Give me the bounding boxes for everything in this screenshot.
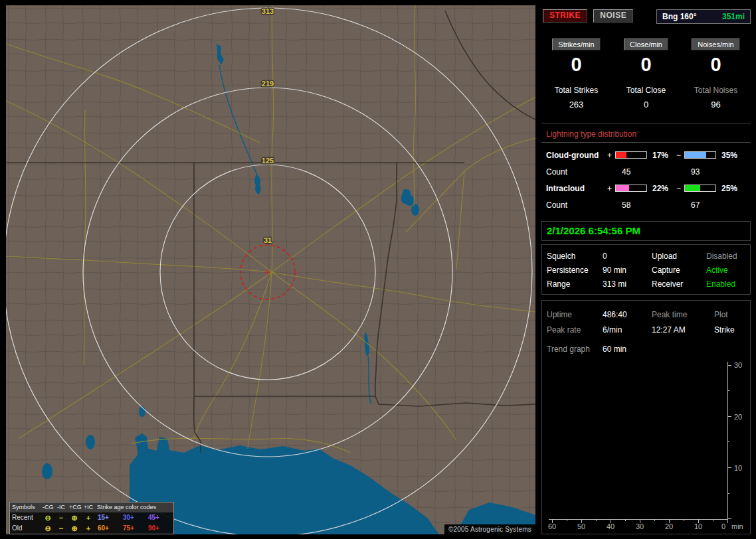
noises-per-min-value: 0 — [681, 54, 751, 76]
app: { "map": { "ring_labels": ["313", "219",… — [0, 0, 756, 539]
neg-cg-icon: ⊖ — [41, 512, 55, 523]
peak-time-label: Peak time — [652, 310, 714, 319]
x-tick-label: 30 — [636, 522, 644, 530]
legend-age-value: 75+ — [120, 523, 145, 534]
x-tick-label: 40 — [607, 522, 614, 530]
y-tick-label: 10 — [734, 464, 742, 472]
negative-percent-value: 35% — [719, 151, 751, 160]
rate-counter: Noises/min 0 — [681, 38, 751, 76]
mode-toolbar: STRIKE NOISE Bng 160° 351mi — [543, 9, 751, 24]
total-close-label: Total Close — [611, 86, 681, 95]
stats-row: Peak rate 6/min 12:27 AM Strike — [547, 322, 750, 337]
x-tick-label: 0 — [721, 522, 725, 530]
strikes-per-min-value: 0 — [541, 54, 611, 76]
close-per-min-button[interactable]: Close/min — [624, 38, 668, 50]
map-canvas[interactable]: 313 219 125 31 Symbols -CG -IC +CG +IC S… — [6, 5, 535, 534]
type-label: Cloud-ground — [546, 151, 607, 160]
peak-time-value: 12:27 AM — [652, 325, 714, 335]
legend-age-header: Strike age color codes — [95, 502, 171, 512]
settings-section: Squelch 0 Upload Disabled Persistence 90… — [541, 244, 751, 295]
settings-row: Range 313 mi Receiver Enabled — [547, 277, 750, 291]
legend-col-neg-cg: -CG — [41, 502, 55, 512]
pos-cg-icon: ⊕ — [67, 512, 82, 523]
legend-age-value: 45+ — [145, 512, 171, 523]
positive-percent-bar — [615, 185, 647, 192]
legend-age-value: 15+ — [95, 512, 120, 523]
distribution-row-cloud-ground: Cloud-ground + 17% − 35% — [541, 147, 751, 163]
legend-symbols-header: Symbols — [10, 502, 41, 512]
minus-sign: − — [676, 151, 684, 160]
range-value: 313 mi — [603, 279, 652, 289]
persistence-label: Persistence — [547, 266, 603, 275]
range-ring-label: 219 — [262, 80, 274, 88]
negative-count-value: 67 — [684, 200, 719, 210]
x-tick-label: 20 — [665, 522, 673, 530]
plot-value: Strike — [714, 325, 750, 335]
total-close-value: 0 — [611, 100, 681, 110]
x-tick-label: 50 — [577, 522, 585, 530]
total-strikes-label: Total Strikes — [541, 86, 611, 95]
total-strikes-value: 263 — [541, 100, 611, 110]
strike-mode-button[interactable]: STRIKE — [543, 9, 587, 23]
capture-status: Active — [706, 266, 750, 275]
positive-percent-value: 22% — [650, 184, 676, 193]
legend-row-label: Recent — [10, 512, 41, 523]
upload-status: Disabled — [706, 252, 750, 261]
legend-col-pos-ic: +IC — [82, 502, 95, 512]
legend-row-old: Old ⊖ − ⊕ + 60+ 75+ 90+ — [10, 523, 173, 534]
count-label: Count — [546, 167, 607, 177]
copyright-note: ©2005 Astrogenic Systems — [444, 524, 535, 534]
settings-row: Persistence 90 min Capture Active — [547, 263, 750, 277]
squelch-value: 0 — [603, 252, 652, 261]
legend-col-neg-ic: -IC — [55, 502, 67, 512]
trend-graph-label: Trend graph — [547, 345, 603, 354]
peak-rate-value: 6/min — [603, 325, 652, 335]
trend-axes — [549, 362, 731, 523]
stats-row: Uptime 486:40 Peak time Plot — [547, 307, 750, 322]
legend-col-pos-cg: +CG — [67, 502, 82, 512]
trend-graph-row: Trend graph 60 min — [547, 342, 750, 356]
uptime-value: 486:40 — [603, 310, 652, 319]
positive-percent-bar — [615, 151, 647, 159]
plus-sign: + — [607, 184, 615, 193]
distribution-title: Lightning type distribution — [541, 129, 751, 139]
legend-header: Symbols -CG -IC +CG +IC Strike age color… — [10, 502, 173, 512]
persistence-value: 90 min — [603, 266, 652, 275]
plus-sign: + — [607, 151, 615, 160]
neg-ic-icon: − — [55, 523, 67, 534]
noise-mode-button[interactable]: NOISE — [593, 9, 633, 23]
range-label: Range — [547, 279, 603, 289]
range-ring-label: 313 — [262, 7, 274, 15]
y-tick-label: 20 — [734, 413, 742, 421]
divider — [541, 142, 751, 143]
close-per-min-value: 0 — [611, 54, 681, 76]
uptime-label: Uptime — [547, 310, 603, 319]
pos-ic-icon: + — [82, 523, 95, 534]
x-tick-label: 10 — [694, 522, 702, 530]
bearing-distance: 351mi — [722, 12, 745, 21]
count-row: Count 58 67 — [541, 196, 751, 213]
squelch-label: Squelch — [547, 252, 603, 261]
settings-row: Squelch 0 Upload Disabled — [547, 249, 750, 263]
total-counter: Total Strikes 263 — [541, 76, 611, 110]
minus-sign: − — [676, 184, 684, 193]
total-counter: Total Noises 96 — [681, 76, 751, 110]
neg-ic-icon: − — [55, 512, 67, 523]
x-axis-unit-label: min — [731, 522, 743, 530]
trend-graph: 30 20 10 60 50 40 30 20 10 0 min — [543, 356, 747, 533]
legend-age-value: 90+ — [145, 523, 171, 534]
pos-cg-icon: ⊕ — [67, 523, 82, 534]
peak-rate-label: Peak rate — [547, 325, 603, 335]
counters-section: Strikes/min 0 Close/min 0 Noises/min 0 T… — [541, 32, 751, 213]
rate-counter: Strikes/min 0 — [541, 38, 611, 76]
upload-label: Upload — [652, 252, 706, 261]
negative-percent-bar — [684, 185, 716, 192]
strikes-per-min-button[interactable]: Strikes/min — [552, 38, 600, 50]
count-row: Count 45 93 — [541, 163, 751, 180]
distribution-row-intracloud: Intracloud + 22% − 25% — [541, 180, 751, 196]
legend-age-value: 30+ — [120, 512, 145, 523]
y-tick-label: 30 — [734, 361, 742, 369]
plot-label: Plot — [714, 310, 750, 319]
count-label: Count — [546, 200, 607, 210]
noises-per-min-button[interactable]: Noises/min — [692, 38, 739, 50]
